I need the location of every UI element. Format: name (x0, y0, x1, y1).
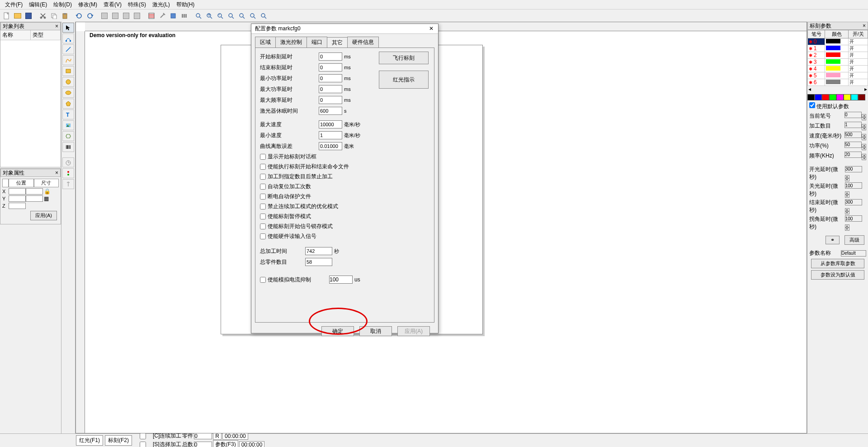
object-list-body[interactable] (0, 40, 61, 167)
ok-button[interactable]: 确定 (321, 326, 354, 336)
corner-delay-input[interactable] (845, 215, 862, 222)
pen-row[interactable]: ✱ 5开 (808, 72, 868, 79)
menu-modify[interactable]: 修改(M) (75, 0, 100, 9)
check-stop-after[interactable] (260, 174, 266, 180)
close-icon[interactable]: × (863, 23, 866, 29)
select-check[interactable] (134, 442, 152, 447)
pen-row[interactable]: ✱ 1开 (808, 45, 868, 52)
object-list-col-name[interactable]: 名称 (0, 30, 31, 40)
x-size-input[interactable] (26, 188, 43, 195)
image-tool[interactable] (62, 120, 74, 130)
mark-tab[interactable]: 标刻(F2) (105, 435, 132, 446)
color-swatch[interactable] (851, 94, 858, 100)
apply-button[interactable]: 应用(A) (397, 326, 430, 336)
analog-val-input[interactable] (329, 276, 353, 284)
new-button[interactable] (2, 11, 12, 21)
node-tool[interactable] (62, 33, 74, 43)
end-delay-input[interactable] (845, 199, 862, 205)
check-analog-suppress[interactable] (260, 277, 266, 283)
pen-col-color[interactable]: 颜色 (825, 30, 849, 38)
list-button[interactable] (168, 11, 178, 21)
x-pos-input[interactable] (9, 188, 26, 195)
tab-port[interactable]: 端口 (307, 37, 327, 48)
check-pause-mode[interactable] (260, 214, 266, 219)
check-power-protect[interactable] (260, 194, 266, 200)
snap3-button[interactable] (121, 11, 131, 21)
link-button[interactable]: ⚭ (826, 236, 840, 244)
undo-button[interactable] (74, 11, 84, 21)
check-auto-reset[interactable] (260, 184, 266, 190)
snap1-button[interactable] (99, 11, 109, 21)
sleep-input[interactable] (319, 107, 342, 115)
total-input[interactable] (194, 442, 212, 447)
total-time-input[interactable] (305, 247, 332, 255)
timer-tool[interactable] (62, 157, 74, 167)
io-tool[interactable] (62, 168, 74, 178)
config-button[interactable] (179, 11, 189, 21)
continuous-check[interactable] (134, 433, 152, 439)
grid-icon[interactable]: ▦ (44, 195, 49, 202)
circle-tool[interactable] (62, 77, 74, 87)
menu-special[interactable]: 特殊(S) (125, 0, 149, 9)
hatch-button[interactable] (146, 11, 156, 21)
tab-hardware[interactable]: 硬件信息 (347, 37, 379, 48)
pen-col-no[interactable]: 笔号 (808, 30, 825, 38)
scroll-right-icon[interactable]: ▸ (864, 86, 867, 92)
from-lib-button[interactable]: 从参数库取参数 (811, 259, 864, 268)
z-pos-input[interactable] (9, 203, 26, 209)
min-speed-input[interactable] (319, 131, 342, 139)
pen-no-input[interactable] (844, 112, 862, 118)
check-show-start[interactable] (260, 154, 266, 160)
max-freq-delay-input[interactable] (319, 96, 342, 104)
scroll-left-icon[interactable]: ◂ (808, 86, 811, 92)
max-pwr-delay-input[interactable] (319, 85, 342, 93)
curve-tool[interactable] (62, 55, 74, 65)
close-icon[interactable]: × (55, 23, 58, 29)
check-hw-input[interactable] (260, 233, 266, 239)
menu-view[interactable]: 查看(V) (101, 0, 124, 9)
fly-mark-button[interactable]: 飞行标刻 (379, 52, 429, 64)
check-enable-cmd[interactable] (260, 164, 266, 170)
menu-laser[interactable]: 激光(L) (150, 0, 173, 9)
color-swatch[interactable] (822, 94, 829, 100)
min-pwr-delay-input[interactable] (319, 74, 342, 82)
max-speed-input[interactable] (319, 120, 342, 128)
check-latch-mode[interactable] (260, 224, 266, 229)
use-default-check[interactable]: 使用默认参数 (809, 102, 849, 110)
zoom-out-button[interactable]: - (215, 11, 225, 21)
color-swatch[interactable] (815, 94, 822, 100)
snap4-button[interactable] (132, 11, 142, 21)
tab-area[interactable]: 区域 (255, 37, 276, 48)
part-input[interactable] (194, 433, 212, 439)
color-swatch[interactable] (858, 94, 865, 100)
check-disable-opt[interactable] (260, 204, 266, 209)
vector-tool[interactable] (62, 131, 74, 141)
advanced-button[interactable]: 高级 (844, 235, 864, 245)
color-swatch[interactable] (844, 94, 851, 100)
pen-row[interactable]: ✱ 2开 (808, 52, 868, 59)
zoom-fit-button[interactable] (193, 11, 203, 21)
dialog-close-button[interactable]: ✕ (425, 25, 437, 33)
zoom-all-button[interactable] (237, 11, 247, 21)
pen-row[interactable]: ✱ 3开 (808, 59, 868, 66)
rect-tool[interactable] (62, 66, 74, 76)
copy-button[interactable] (49, 11, 59, 21)
pen-row[interactable]: ✱ 0开 (808, 38, 868, 45)
speed-input[interactable] (844, 132, 862, 138)
lock-icon[interactable]: 🔒 (44, 188, 51, 195)
y-pos-input[interactable] (9, 195, 26, 202)
open-button[interactable] (13, 11, 23, 21)
pen-col-on[interactable]: 开/关 (849, 30, 868, 38)
zoom-area-button[interactable] (226, 11, 236, 21)
cut-button[interactable] (38, 11, 48, 21)
zoom-in-button[interactable]: + (204, 11, 214, 21)
off-delay-input[interactable] (845, 182, 862, 189)
menu-draw[interactable]: 绘制(D) (51, 0, 75, 9)
line-tool[interactable] (62, 44, 74, 54)
snap2-button[interactable] (110, 11, 120, 21)
tab-other[interactable]: 其它 (327, 37, 348, 48)
on-delay-input[interactable] (845, 166, 862, 172)
text-tool[interactable]: T (62, 109, 74, 119)
curve-err-input[interactable] (319, 142, 342, 150)
canvas[interactable]: Demo version-only for evaluation (75, 22, 807, 433)
